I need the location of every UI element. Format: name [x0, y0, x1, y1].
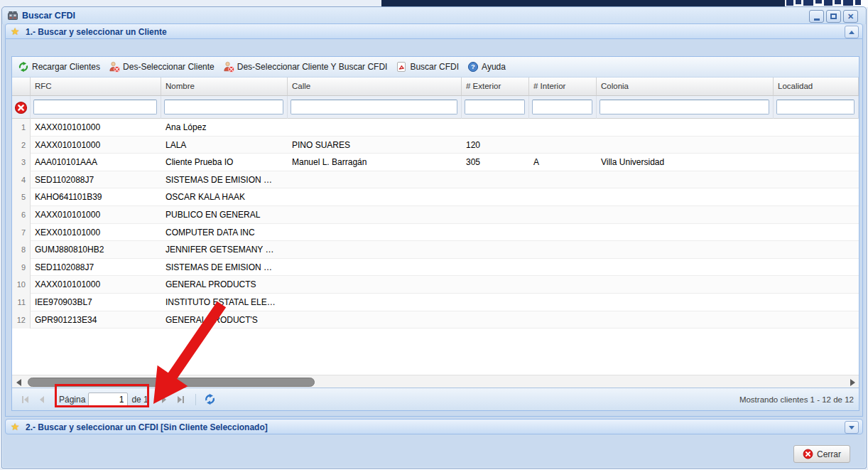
row-number: 6 [12, 206, 31, 224]
cell-int [529, 276, 597, 294]
cell-calle [288, 241, 462, 259]
minimize-icon [814, 18, 820, 21]
cell-colonia [597, 137, 774, 154]
cell-calle [288, 171, 462, 189]
filter-input-int[interactable] [532, 100, 592, 114]
svg-text:?: ? [471, 63, 475, 70]
column-header-ext[interactable]: # Exterior [462, 78, 529, 96]
row-number: 1 [12, 119, 31, 137]
cell-localidad [774, 311, 859, 329]
row-number: 5 [12, 188, 31, 206]
cerrar-label: Cerrar [817, 449, 841, 459]
deselect-and-search-button[interactable]: Des-Seleccionar Cliente Y Buscar CFDI [219, 58, 392, 75]
grid-toolbar: Recargar Clientes Des-Seleccionar Client… [12, 57, 859, 78]
table-row[interactable]: 11IEE970903BL7INSTITUTO ESTATAL ELE… [12, 294, 859, 311]
cell-ext: 120 [462, 137, 529, 154]
column-header-rfc[interactable]: RFC [31, 78, 161, 96]
filter-input-nombre[interactable] [164, 100, 283, 114]
prev-page-button[interactable] [33, 392, 50, 407]
expand-panel2-button[interactable] [845, 421, 859, 434]
help-button[interactable]: ? Ayuda [463, 58, 510, 75]
table-row[interactable]: 8GUMJ880810HB2JENNIFER GETSEMANY … [12, 241, 859, 259]
cell-colonia [597, 259, 774, 277]
first-page-button[interactable] [16, 392, 33, 407]
cell-calle [288, 311, 462, 329]
cell-colonia [597, 206, 774, 224]
filter-input-ext[interactable] [465, 100, 525, 114]
cell-nombre: Cliente Prueba IO [161, 154, 288, 171]
background-page-strip [381, 0, 786, 6]
cell-rfc: SED1102088J7 [31, 171, 161, 189]
cell-int [529, 311, 597, 329]
panel1-header[interactable]: ★ 1.- Buscar y seleccionar un Cliente [5, 23, 863, 39]
maximize-button[interactable] [826, 10, 841, 23]
cell-ext [462, 241, 529, 259]
cell-localidad [774, 276, 859, 294]
chevron-down-icon [849, 426, 855, 429]
cell-colonia [597, 311, 774, 329]
cell-rfc: XAXX010101000 [31, 137, 161, 154]
filter-cell [288, 96, 462, 119]
grid-rows: 1XAXX010101000Ana López2XAXX010101000LAL… [12, 119, 859, 329]
annotation-rect [55, 384, 149, 407]
column-header-colonia[interactable]: Colonia [597, 78, 774, 96]
table-row[interactable]: 9SED1102088J7SISTEMAS DE EMISION … [12, 259, 859, 277]
star-icon: ★ [11, 26, 20, 37]
cell-rfc: XAXX010101000 [31, 119, 161, 137]
table-row[interactable]: 6XAXX010101000PUBLICO EN GENERAL [12, 206, 859, 224]
clear-filters-button[interactable] [12, 96, 31, 119]
row-number: 7 [12, 224, 31, 242]
first-page-icon [22, 396, 23, 403]
filter-cell [161, 96, 288, 119]
table-row[interactable]: 3AAA010101AAACliente Prueba IOManuel L. … [12, 154, 859, 171]
row-number: 10 [12, 276, 31, 294]
panel2-header[interactable]: ★ 2.- Buscar y seleccionar un CFDI [Sin … [5, 419, 863, 434]
filter-input-rfc[interactable] [33, 100, 157, 114]
table-row[interactable]: 7XEXX010101000COMPUTER DATA INC [12, 224, 859, 242]
cell-localidad [774, 224, 859, 242]
cell-rfc: XAXX010101000 [31, 206, 161, 224]
filter-input-colonia[interactable] [600, 100, 769, 114]
cell-colonia [597, 276, 774, 294]
filter-input-calle[interactable] [291, 100, 457, 114]
search-cfdi-button[interactable]: Buscar CFDI [391, 58, 463, 75]
table-row[interactable]: 1XAXX010101000Ana López [12, 119, 859, 137]
chevron-up-icon [849, 31, 855, 34]
reload-clients-button[interactable]: Recargar Clientes [13, 58, 104, 75]
column-header-localidad[interactable]: Localidad [774, 78, 859, 96]
cell-calle: PINO SUARES [288, 137, 462, 154]
table-row[interactable]: 12GPR901213E34GENERAL PRODUCT'S [12, 311, 859, 329]
deselect-client-button[interactable]: Des-Seleccionar Cliente [104, 58, 219, 75]
cell-ext [462, 171, 529, 189]
column-header-nombre[interactable]: Nombre [161, 78, 288, 96]
filter-cell [597, 96, 774, 119]
table-row[interactable]: 5KAHO641101B39OSCAR KALA HAAK [12, 188, 859, 206]
close-button[interactable]: ✕ [843, 10, 858, 23]
table-row[interactable]: 10XAXX010101000GENERAL PRODUCTS [12, 276, 859, 294]
filter-input-localidad[interactable] [776, 100, 855, 114]
cell-int [529, 171, 597, 189]
window-titlebar[interactable]: Buscar CFDI ✕ [2, 7, 866, 24]
table-row[interactable]: 2XAXX010101000LALAPINO SUARES120 [12, 137, 859, 154]
table-row[interactable]: 4SED1102088J7SISTEMAS DE EMISION … [12, 171, 859, 189]
cell-colonia: Villa Universidad [597, 154, 774, 171]
clear-filters-icon [14, 101, 28, 114]
cell-rfc: AAA010101AAA [31, 154, 161, 171]
cerrar-button[interactable]: Cerrar [793, 445, 850, 463]
deselect-and-search-label: Des-Seleccionar Cliente Y Buscar CFDI [237, 62, 388, 72]
help-label: Ayuda [482, 62, 506, 72]
search-cfdi-label: Buscar CFDI [410, 62, 459, 72]
minimize-button[interactable] [809, 10, 824, 23]
prev-page-icon [40, 396, 44, 403]
filter-row [12, 96, 859, 119]
cell-localidad [774, 188, 859, 206]
collapse-panel1-button[interactable] [845, 26, 859, 38]
cell-int [529, 206, 597, 224]
cell-localidad [774, 171, 859, 189]
cell-localidad [774, 119, 859, 137]
column-header-int[interactable]: # Interior [529, 78, 597, 96]
column-header-calle[interactable]: Calle [288, 78, 462, 96]
star-icon: ★ [11, 421, 20, 432]
clients-grid: Recargar Clientes Des-Seleccionar Client… [11, 56, 859, 411]
close-red-icon [803, 449, 813, 459]
